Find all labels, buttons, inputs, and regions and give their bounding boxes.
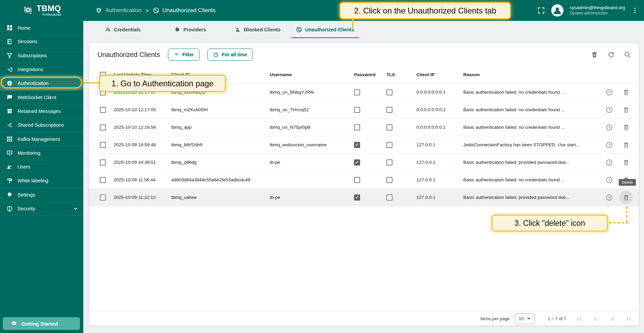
sidebar-item-kafka-management[interactable]: Kafka Management — [0, 132, 83, 146]
row-checkbox[interactable] — [100, 142, 106, 148]
tab-providers[interactable]: Providers — [156, 21, 224, 38]
input-icon — [6, 67, 12, 72]
cell-client-ip: 0:0:0:0:0:0:0:1 — [416, 125, 463, 130]
callout-2-connector — [352, 19, 353, 29]
tbmq-logo-icon — [22, 5, 34, 16]
tutorial-step-3: 3. Click "delete" icon — [492, 215, 608, 232]
filter-button[interactable]: Filter — [168, 49, 200, 61]
sidebar-item-white-labeling[interactable]: White labeling — [0, 174, 83, 188]
caret-down-icon — [527, 318, 530, 320]
cell-reason: Basic authentication failed: no credenti… — [463, 177, 590, 182]
table-row[interactable]: 2025-10-09 11:56:44 a9803d84a3844c55a6e2… — [89, 171, 639, 189]
delete-row-button[interactable] — [622, 193, 630, 202]
delete-row-button[interactable] — [622, 141, 630, 149]
table-row[interactable]: 2025-10-10 12:17:05 tbmq_mZKcb0OH tbmq_u… — [89, 101, 639, 119]
row-details-button[interactable] — [605, 106, 613, 114]
tls-checkbox[interactable] — [386, 107, 392, 113]
table-row[interactable]: 2025-10-09 18:59:48 tbmq_Mlrf1Nh9 tbmq_w… — [89, 136, 639, 154]
fullscreen-button[interactable] — [537, 6, 545, 14]
column-tls[interactable]: TLS — [386, 72, 416, 77]
sidebar-item-security[interactable]: Security — [0, 202, 83, 216]
sidebar-item-shared-subscriptions[interactable]: Shared Subscriptions — [0, 118, 83, 132]
tls-checkbox[interactable] — [386, 124, 392, 130]
user-email: sysadmin@thingsboard.org — [569, 5, 625, 11]
password-checkbox[interactable] — [354, 89, 360, 95]
kebab-menu-icon[interactable] — [631, 7, 639, 14]
authentication-tabs: Credentials Providers Blocked Clients Un… — [89, 21, 359, 38]
sidebar-item-sessions[interactable]: Sessions — [0, 35, 83, 49]
last-page-button[interactable] — [624, 315, 632, 323]
delete-row-button[interactable] — [622, 123, 630, 131]
row-details-button[interactable] — [605, 141, 613, 149]
column-client-ip[interactable]: Client IP — [416, 72, 463, 77]
password-checkbox[interactable] — [354, 194, 360, 201]
search-icon[interactable] — [623, 51, 632, 59]
delete-all-button[interactable] — [590, 51, 598, 59]
delete-row-button[interactable] — [622, 158, 630, 166]
page-size-select[interactable]: 10 — [515, 313, 534, 324]
table-row[interactable]: 2025-10-09 11:12:10 tbmq_uahee tb-pe 127… — [89, 189, 639, 206]
column-username[interactable]: Username — [270, 72, 354, 77]
row-checkbox[interactable] — [100, 177, 106, 183]
row-checkbox[interactable] — [100, 124, 106, 130]
row-checkbox[interactable] — [100, 107, 106, 113]
sidebar-item-integrations[interactable]: Integrations — [0, 63, 83, 77]
row-details-button[interactable] — [605, 158, 613, 166]
tls-checkbox[interactable] — [386, 159, 392, 165]
row-checkbox[interactable] — [100, 159, 106, 165]
sidebar-item-users[interactable]: Users — [0, 160, 83, 174]
row-details-button[interactable] — [605, 176, 613, 184]
row-details-button[interactable] — [605, 88, 613, 96]
getting-started-button[interactable]: Getting Started — [3, 317, 80, 330]
password-checkbox[interactable] — [354, 159, 360, 165]
page-title: Unauthorized Clients — [97, 51, 160, 59]
password-checkbox[interactable] — [354, 142, 360, 148]
delete-row-button[interactable] — [622, 88, 630, 96]
tab-unauthorized-clients[interactable]: Unauthorized Clients — [291, 21, 359, 38]
sidebar-item-home[interactable]: Home — [0, 21, 83, 35]
paginator: Items per page: 10 1 – 7 of 7 — [89, 311, 639, 326]
top-bar: TBMQ Professional Authentication > — [0, 0, 644, 21]
password-checkbox[interactable] — [354, 107, 360, 113]
delete-row-button[interactable] — [622, 106, 630, 114]
password-checkbox[interactable] — [354, 124, 360, 130]
paint-roller-icon — [6, 178, 12, 184]
call-split-icon — [6, 122, 12, 128]
cell-client-ip: 127.0.0.1 — [416, 142, 463, 147]
refresh-icon[interactable] — [607, 51, 615, 59]
tab-credentials[interactable]: Credentials — [89, 21, 156, 38]
sidebar: Home Sessions Subscriptions Integrations… — [0, 21, 83, 333]
cell-last-update-time: 2025-10-09 11:56:44 — [114, 177, 171, 182]
filter-icon — [174, 52, 179, 58]
sidebar-item-authentication[interactable]: Authentication — [0, 77, 83, 90]
cell-username: tbmq_websocket_username — [270, 142, 354, 147]
previous-page-button[interactable] — [592, 315, 600, 323]
tls-checkbox[interactable] — [386, 177, 392, 183]
time-range-button[interactable]: For all time — [207, 49, 253, 61]
breadcrumb-authentication[interactable]: Authentication — [95, 7, 142, 14]
avatar[interactable] — [551, 4, 563, 17]
row-details-button[interactable] — [605, 123, 613, 131]
tab-blocked-clients[interactable]: Blocked Clients — [224, 21, 291, 38]
table-row[interactable]: 2025-10-10 12:16:54 tbmq_app tbmq_un_N75… — [89, 119, 639, 136]
tls-checkbox[interactable] — [386, 194, 392, 201]
row-checkbox[interactable] — [100, 194, 106, 201]
next-page-button[interactable] — [608, 315, 616, 323]
table-row[interactable]: 2025-10-09 14:39:51 tbmq_q96dg tb-pe 127… — [89, 154, 639, 171]
sidebar-item-retained-messages[interactable]: Retained Messages — [0, 104, 83, 118]
sidebar-item-settings[interactable]: Settings — [0, 188, 83, 202]
column-password[interactable]: Password — [354, 72, 386, 77]
person-off-icon — [235, 27, 241, 33]
tls-checkbox[interactable] — [386, 142, 392, 148]
sidebar-item-subscriptions[interactable]: Subscriptions — [0, 49, 83, 63]
breadcrumb-unauthorized-clients[interactable]: Unauthorized Clients — [153, 7, 216, 14]
tls-checkbox[interactable] — [386, 89, 392, 95]
password-checkbox[interactable] — [354, 177, 360, 183]
sidebar-item-websocket-client[interactable]: WebSocket Client — [0, 90, 83, 104]
row-details-button[interactable] — [605, 193, 613, 202]
column-reason[interactable]: Reason — [463, 72, 590, 77]
app-logo[interactable]: TBMQ Professional — [0, 4, 83, 17]
gear-icon — [6, 192, 12, 198]
sidebar-item-monitoring[interactable]: Monitoring — [0, 146, 83, 160]
first-page-button[interactable] — [576, 315, 584, 323]
